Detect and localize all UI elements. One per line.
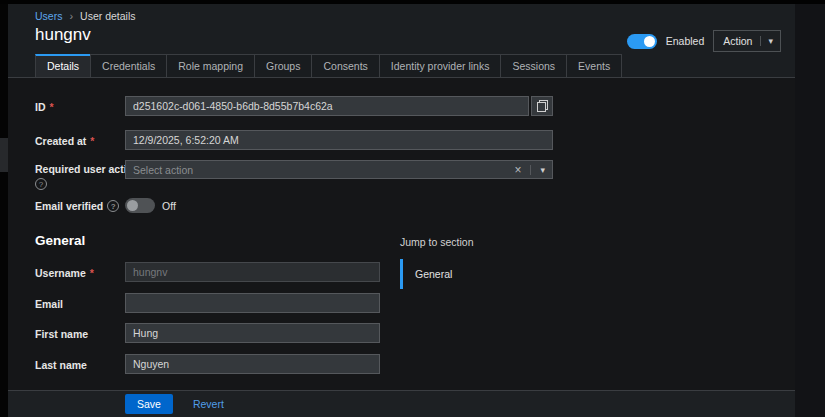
collapsed-sidebar [0, 0, 8, 417]
tab-groups[interactable]: Groups [254, 54, 312, 78]
user-details-page: Users › User details hungnv Enabled Acti… [0, 0, 825, 417]
form-actions: Save Revert [8, 390, 795, 417]
username-label: Username * [35, 267, 94, 279]
enabled-label: Enabled [666, 35, 705, 47]
tab-bar: Details Credentials Role mapping Groups … [35, 54, 622, 78]
jump-link-general[interactable]: General [400, 259, 452, 289]
first-name-label-text: First name [35, 328, 88, 340]
email-verified-label: Email verified ? [35, 200, 119, 212]
toggle-knob [644, 36, 655, 47]
id-label: ID * [35, 101, 54, 113]
email-input[interactable] [125, 293, 380, 313]
required-marker: * [50, 101, 54, 113]
chevron-down-icon[interactable]: ▾ [530, 165, 545, 175]
created-at-input[interactable] [125, 130, 553, 150]
first-name-label: First name [35, 328, 88, 340]
required-marker: * [90, 267, 94, 279]
details-form: ID * Created at * Required user actions … [8, 79, 795, 390]
email-verified-toggle[interactable] [125, 198, 155, 213]
required-marker: * [90, 135, 94, 147]
tab-consents[interactable]: Consents [311, 54, 379, 78]
page-header: Users › User details hungnv Enabled Acti… [8, 4, 795, 78]
save-button[interactable]: Save [125, 394, 173, 414]
tab-identity-provider-links[interactable]: Identity provider links [379, 54, 502, 78]
email-label-text: Email [35, 298, 63, 310]
help-icon[interactable]: ? [35, 178, 47, 190]
tab-events[interactable]: Events [566, 54, 622, 78]
breadcrumb-current: User details [80, 10, 135, 22]
clear-icon[interactable]: × [505, 163, 530, 177]
top-bar [0, 0, 825, 4]
last-name-label-text: Last name [35, 359, 87, 371]
tab-details[interactable]: Details [35, 54, 91, 78]
tab-role-mapping[interactable]: Role mapping [166, 54, 255, 78]
jump-to-section-title: Jump to section [400, 236, 474, 248]
last-name-label: Last name [35, 359, 87, 371]
breadcrumb-users-link[interactable]: Users [35, 10, 62, 22]
chevron-down-icon: ▾ [760, 36, 780, 46]
right-gutter [795, 4, 825, 417]
toggle-knob [127, 200, 138, 211]
id-label-text: ID [35, 101, 46, 113]
help-icon[interactable]: ? [107, 200, 119, 212]
breadcrumb: Users › User details [35, 10, 136, 22]
created-at-label: Created at * [35, 135, 94, 147]
page-title: hungnv [35, 25, 91, 45]
tab-credentials[interactable]: Credentials [90, 54, 167, 78]
copy-button[interactable] [531, 96, 553, 116]
header-controls: Enabled Action ▾ [627, 30, 781, 52]
required-actions-select[interactable]: Select action × ▾ [125, 160, 553, 179]
enabled-toggle[interactable] [627, 34, 657, 49]
copy-icon [537, 100, 548, 112]
action-dropdown[interactable]: Action ▾ [713, 30, 781, 52]
tab-sessions[interactable]: Sessions [500, 54, 567, 78]
created-at-label-text: Created at [35, 135, 86, 147]
username-input [125, 262, 380, 282]
revert-link[interactable]: Revert [193, 398, 224, 410]
sidebar-scroll-thumb[interactable] [0, 138, 8, 172]
general-section-heading: General [35, 233, 85, 248]
action-label: Action [723, 35, 752, 47]
last-name-input[interactable] [125, 354, 380, 374]
email-verified-state: Off [162, 200, 176, 212]
id-input[interactable] [125, 96, 529, 116]
breadcrumb-chevron-icon: › [69, 10, 73, 22]
email-label: Email [35, 298, 63, 310]
first-name-input[interactable] [125, 323, 380, 343]
email-verified-label-text: Email verified [35, 200, 103, 212]
username-label-text: Username [35, 267, 86, 279]
select-placeholder: Select action [133, 164, 505, 176]
